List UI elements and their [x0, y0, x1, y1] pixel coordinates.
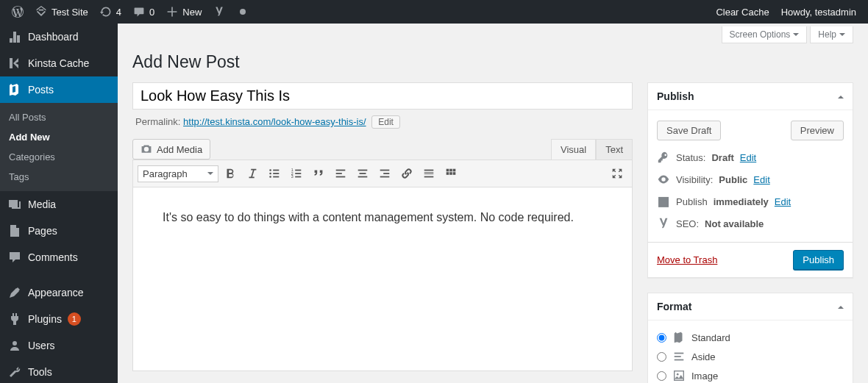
menu-posts[interactable]: Posts	[0, 76, 118, 103]
howdy[interactable]: Howdy, testadmin	[775, 0, 862, 24]
svg-text:3: 3	[291, 174, 294, 179]
wrap: Dashboard Kinsta Cache Posts All Posts A…	[0, 24, 868, 383]
bullet-list-button[interactable]	[264, 163, 285, 184]
fullscreen-button[interactable]	[607, 163, 627, 184]
screen-meta-links: Screen Options Help	[132, 24, 853, 43]
screen-options-tab[interactable]: Screen Options	[722, 26, 808, 43]
bold-button[interactable]	[220, 163, 241, 184]
svg-rect-26	[447, 169, 449, 172]
post-title-input[interactable]	[132, 82, 633, 110]
edit-visibility[interactable]: Edit	[753, 174, 769, 185]
italic-button[interactable]	[242, 163, 263, 184]
updates-count: 4	[116, 7, 121, 18]
menu-media[interactable]: Media	[0, 191, 118, 218]
publish-box-header[interactable]: Publish	[648, 83, 853, 110]
main-column: Permalink: http://test.kinsta.com/look-h…	[132, 82, 633, 383]
tab-visual[interactable]: Visual	[551, 139, 596, 160]
permalink-url[interactable]: http://test.kinsta.com/look-how-easy-thi…	[183, 116, 366, 127]
publish-button[interactable]: Publish	[793, 250, 844, 270]
format-option-image[interactable]: Image	[657, 366, 844, 383]
move-to-trash[interactable]: Move to Trash	[657, 254, 717, 265]
updates[interactable]: 4	[94, 0, 127, 24]
menu-plugins[interactable]: Plugins1	[0, 306, 118, 332]
page-title: Add New Post	[132, 52, 853, 72]
status-row: Status: Draft Edit	[657, 146, 844, 168]
menu-kinsta-cache[interactable]: Kinsta Cache	[0, 50, 118, 76]
admin-sidebar: Dashboard Kinsta Cache Posts All Posts A…	[0, 24, 118, 383]
yoast-icon[interactable]	[207, 0, 231, 24]
edit-status[interactable]: Edit	[740, 152, 756, 163]
menu-tools[interactable]: Tools	[0, 359, 118, 383]
sub-add-new[interactable]: Add New	[0, 127, 118, 147]
format-radio[interactable]	[657, 371, 666, 381]
numbered-list-button[interactable]: 123	[286, 163, 307, 184]
tab-text[interactable]: Text	[596, 139, 633, 160]
admin-bar: Test Site 4 0 New Clear Cache Howdy, tes…	[0, 0, 868, 24]
clear-cache[interactable]: Clear Cache	[710, 0, 775, 24]
svg-rect-20	[383, 173, 389, 174]
calendar-icon	[657, 195, 670, 208]
svg-rect-23	[424, 172, 434, 173]
svg-rect-4	[273, 173, 279, 174]
svg-rect-29	[447, 172, 449, 175]
format-option-aside[interactable]: Aside	[657, 347, 844, 366]
format-box: Format StandardAsideImageVideo	[647, 293, 853, 383]
link-button[interactable]	[396, 163, 417, 184]
sub-all-posts[interactable]: All Posts	[0, 107, 118, 127]
format-box-header[interactable]: Format	[648, 293, 853, 321]
new-content[interactable]: New	[160, 0, 207, 24]
menu-pages[interactable]: Pages	[0, 218, 118, 244]
editor-body[interactable]: It's so easy to do things with a content…	[132, 187, 633, 371]
svg-rect-14	[336, 173, 342, 174]
chevron-down-icon	[207, 172, 213, 178]
menu-users[interactable]: Users	[0, 332, 118, 359]
svg-rect-22	[424, 170, 434, 171]
seo-row: SEO: Not available	[657, 212, 844, 235]
align-left-button[interactable]	[330, 163, 351, 184]
svg-point-3	[269, 173, 271, 175]
svg-rect-12	[295, 176, 301, 178]
svg-rect-31	[453, 172, 456, 175]
format-select[interactable]: Paragraph	[138, 165, 218, 182]
camera-icon	[140, 143, 152, 155]
yoast-icon	[657, 217, 670, 230]
toolbar-toggle-button[interactable]	[441, 163, 461, 184]
format-option-standard[interactable]: Standard	[657, 328, 844, 347]
sub-tags[interactable]: Tags	[0, 167, 118, 187]
site-name-label: Test Site	[51, 7, 88, 18]
new-label: New	[182, 7, 202, 18]
align-center-button[interactable]	[352, 163, 373, 184]
menu-comments[interactable]: Comments	[0, 244, 118, 271]
permalink-edit-button[interactable]: Edit	[371, 115, 400, 129]
add-media-button[interactable]: Add Media	[132, 139, 210, 160]
svg-rect-2	[273, 170, 279, 171]
svg-rect-16	[358, 170, 368, 171]
permalink-row: Permalink: http://test.kinsta.com/look-h…	[135, 115, 630, 129]
permalink-label: Permalink:	[135, 116, 180, 127]
format-icon	[672, 369, 686, 382]
content: Screen Options Help Add New Post Permali…	[118, 24, 868, 383]
comments-count: 0	[149, 7, 154, 18]
sub-categories[interactable]: Categories	[0, 147, 118, 167]
chevron-up-icon	[838, 303, 844, 309]
key-icon	[657, 151, 670, 164]
wp-logo[interactable]	[6, 0, 29, 24]
svg-point-0	[240, 9, 246, 15]
site-name[interactable]: Test Site	[29, 0, 94, 24]
blockquote-button[interactable]	[308, 163, 329, 184]
menu-dashboard[interactable]: Dashboard	[0, 24, 118, 50]
schedule-row: Publish immediately Edit	[657, 190, 844, 212]
svg-rect-30	[449, 172, 452, 175]
status-dot[interactable]	[231, 0, 255, 24]
readmore-button[interactable]	[419, 163, 439, 184]
svg-rect-6	[273, 176, 279, 178]
comments-bubble[interactable]: 0	[127, 0, 160, 24]
preview-button[interactable]: Preview	[791, 121, 844, 140]
format-radio[interactable]	[657, 333, 666, 343]
menu-appearance[interactable]: Appearance	[0, 279, 118, 306]
align-right-button[interactable]	[374, 163, 395, 184]
format-radio[interactable]	[657, 352, 666, 362]
save-draft-button[interactable]: Save Draft	[657, 121, 721, 140]
help-tab[interactable]: Help	[810, 26, 853, 43]
edit-schedule[interactable]: Edit	[775, 196, 791, 207]
